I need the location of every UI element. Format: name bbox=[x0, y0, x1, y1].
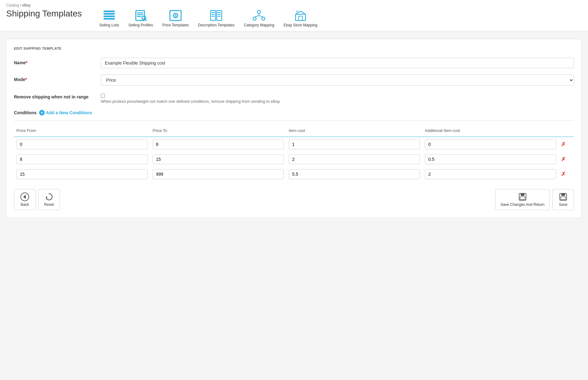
name-control bbox=[101, 58, 574, 68]
nav-price-templates[interactable]: $ Price Templates bbox=[162, 10, 189, 31]
reset-button[interactable]: Reset bbox=[38, 189, 60, 210]
cell-price-from-0 bbox=[14, 137, 150, 152]
nav-price-templates-label: Price Templates bbox=[162, 23, 189, 27]
nav-ebay-store-mapping[interactable]: Ebay Store Mapping bbox=[283, 10, 317, 31]
delete-row-0-button[interactable]: ✗ bbox=[561, 141, 566, 148]
svg-rect-35 bbox=[561, 193, 565, 196]
nav-ebay-store-mapping-label: Ebay Store Mapping bbox=[283, 23, 317, 27]
cell-item-cost-1 bbox=[286, 152, 422, 167]
svg-rect-33 bbox=[520, 197, 525, 200]
col-item-cost: Item cost bbox=[286, 126, 422, 137]
add-icon: + bbox=[39, 110, 45, 115]
input-additional-item-cost-0[interactable] bbox=[425, 139, 556, 149]
cell-price-to-2 bbox=[150, 167, 286, 182]
cell-price-to-1 bbox=[150, 152, 286, 167]
input-price-to-0[interactable] bbox=[153, 139, 284, 149]
svg-rect-15 bbox=[212, 14, 215, 15]
remove-shipping-checkbox[interactable] bbox=[101, 94, 105, 98]
col-price-from: Price From bbox=[14, 126, 150, 137]
add-conditions-button[interactable]: + Add a New Conditions bbox=[39, 110, 92, 115]
table-row: ✗ bbox=[14, 137, 574, 152]
svg-rect-7 bbox=[137, 16, 141, 17]
input-item-cost-0[interactable] bbox=[289, 139, 420, 149]
footer-right: Save Changes And Return Save bbox=[495, 189, 574, 210]
conditions-table-header-row: Price From Price To Item cost Additional… bbox=[14, 126, 574, 137]
save-label: Save bbox=[559, 202, 567, 207]
input-item-cost-1[interactable] bbox=[289, 154, 420, 164]
reset-label: Reset bbox=[44, 202, 54, 207]
svg-line-24 bbox=[255, 16, 259, 17]
mode-label: Mode* bbox=[14, 75, 101, 82]
ebay-store-mapping-icon bbox=[294, 10, 307, 21]
svg-rect-12 bbox=[211, 11, 216, 20]
nav-selling-profiles[interactable]: Selling Profiles bbox=[128, 10, 153, 31]
edit-form-card: EDIT SHIPPING TEMPLATE Name* Mode* Price… bbox=[6, 39, 582, 218]
svg-rect-6 bbox=[137, 14, 143, 15]
input-price-from-2[interactable] bbox=[16, 169, 148, 179]
input-price-to-2[interactable] bbox=[153, 169, 284, 179]
selling-profiles-icon bbox=[135, 10, 147, 21]
category-mapping-icon bbox=[253, 10, 265, 21]
svg-rect-32 bbox=[521, 193, 524, 196]
reset-icon bbox=[45, 192, 53, 201]
input-additional-item-cost-1[interactable] bbox=[425, 154, 556, 164]
svg-rect-13 bbox=[217, 11, 222, 20]
price-templates-icon: $ bbox=[169, 10, 182, 21]
input-price-from-1[interactable] bbox=[16, 154, 148, 164]
conditions-table: Price From Price To Item cost Additional… bbox=[14, 126, 574, 182]
remove-shipping-hint: When product price/weight not match one … bbox=[101, 99, 574, 104]
footer-left: Back Reset bbox=[14, 189, 60, 210]
delete-row-2-button[interactable]: ✗ bbox=[561, 171, 566, 178]
input-price-to-1[interactable] bbox=[153, 154, 284, 164]
cell-additional-item-cost-1 bbox=[422, 152, 559, 167]
add-conditions-label: Add a New Conditions bbox=[46, 110, 92, 115]
nav-selling-profiles-label: Selling Profiles bbox=[128, 23, 153, 27]
card-title: EDIT SHIPPING TEMPLATE bbox=[14, 47, 574, 50]
name-label: Name* bbox=[14, 58, 101, 65]
breadcrumb: Catalog / eBay bbox=[6, 3, 582, 7]
breadcrumb-current: eBay bbox=[22, 3, 30, 7]
nav-selling-lists-label: Selling Lists bbox=[99, 23, 119, 27]
svg-rect-14 bbox=[212, 12, 215, 13]
input-additional-item-cost-2[interactable] bbox=[425, 169, 556, 179]
name-row: Name* bbox=[14, 58, 574, 68]
delete-row-1-button[interactable]: ✗ bbox=[561, 156, 566, 163]
col-price-to: Price To bbox=[150, 126, 286, 137]
nav-category-mapping[interactable]: Category Mapping bbox=[244, 10, 274, 31]
remove-shipping-row: Remove shipping when not in range When p… bbox=[14, 92, 574, 104]
save-return-icon bbox=[518, 192, 527, 201]
cell-price-to-0 bbox=[150, 137, 286, 152]
name-input[interactable] bbox=[101, 58, 574, 68]
breadcrumb-catalog[interactable]: Catalog bbox=[6, 3, 19, 7]
cell-price-from-1 bbox=[14, 152, 150, 167]
cell-item-cost-0 bbox=[286, 137, 422, 152]
svg-rect-27 bbox=[299, 16, 302, 20]
save-button[interactable]: Save bbox=[552, 189, 574, 210]
input-price-from-0[interactable] bbox=[16, 139, 148, 149]
input-item-cost-2[interactable] bbox=[289, 169, 420, 179]
svg-rect-3 bbox=[104, 18, 115, 20]
back-button[interactable]: Back bbox=[14, 189, 36, 210]
form-footer: Back Reset Save Chang bbox=[14, 189, 574, 210]
col-actions bbox=[559, 126, 574, 137]
svg-rect-0 bbox=[104, 11, 115, 12]
svg-point-21 bbox=[253, 17, 256, 20]
conditions-table-body: ✗ ✗ ✗ bbox=[14, 137, 574, 182]
back-label: Back bbox=[21, 202, 29, 207]
cell-item-cost-2 bbox=[286, 167, 422, 182]
table-row: ✗ bbox=[14, 167, 574, 182]
cell-delete-1: ✗ bbox=[559, 152, 574, 167]
svg-marker-29 bbox=[23, 195, 26, 199]
cell-delete-2: ✗ bbox=[559, 167, 574, 182]
svg-rect-36 bbox=[561, 197, 566, 200]
cell-additional-item-cost-2 bbox=[422, 167, 559, 182]
save-return-button[interactable]: Save Changes And Return bbox=[495, 189, 550, 210]
svg-point-20 bbox=[257, 10, 261, 13]
svg-rect-17 bbox=[218, 12, 221, 13]
mode-select[interactable]: Price Weight bbox=[101, 75, 574, 86]
nav-selling-lists[interactable]: Selling Lists bbox=[99, 10, 119, 31]
nav-description-templates[interactable]: Description Templates bbox=[198, 10, 235, 31]
col-additional-item-cost: Additional Item cost bbox=[422, 126, 559, 137]
svg-rect-19 bbox=[218, 16, 221, 17]
main-content: EDIT SHIPPING TEMPLATE Name* Mode* Price… bbox=[0, 31, 588, 225]
